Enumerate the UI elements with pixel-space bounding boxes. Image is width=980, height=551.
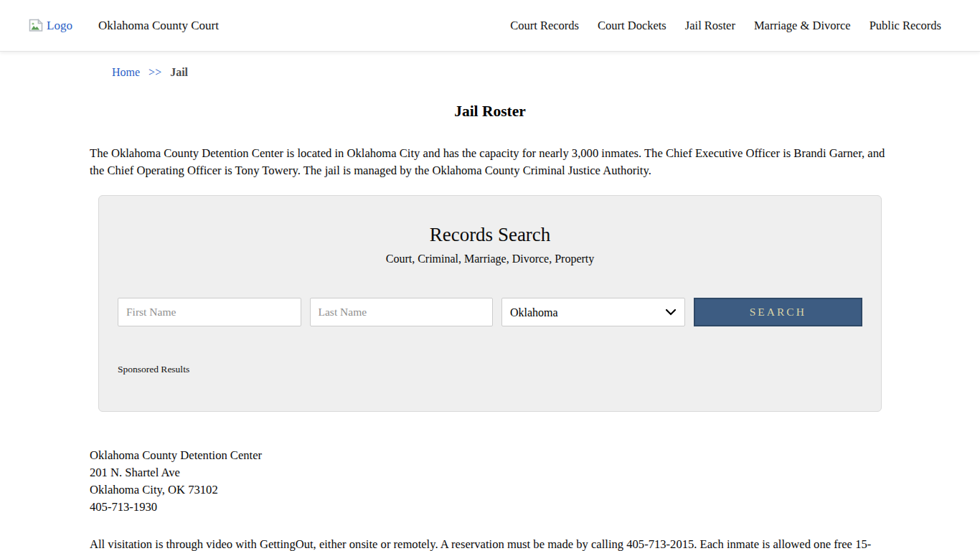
- breadcrumb-home-link[interactable]: Home: [112, 66, 140, 78]
- search-panel-title: Records Search: [118, 224, 862, 246]
- breadcrumb: Home >> Jail: [90, 52, 890, 79]
- nav-public-records[interactable]: Public Records: [870, 19, 941, 33]
- nav-marriage-divorce[interactable]: Marriage & Divorce: [754, 19, 851, 33]
- search-form-row: Oklahoma SEARCH: [118, 298, 862, 326]
- site-title: Oklahoma County Court: [98, 19, 219, 33]
- records-search-panel: Records Search Court, Criminal, Marriage…: [98, 195, 882, 412]
- state-select[interactable]: Oklahoma: [501, 298, 685, 326]
- sponsored-results-label: Sponsored Results: [118, 364, 862, 375]
- facility-name: Oklahoma County Detention Center: [90, 447, 890, 464]
- last-name-input[interactable]: [310, 298, 494, 326]
- facility-address-line1: 201 N. Shartel Ave: [90, 464, 890, 481]
- page-title: Jail Roster: [90, 103, 890, 121]
- facility-phone: 405-713-1930: [90, 499, 890, 516]
- search-panel-subtitle: Court, Criminal, Marriage, Divorce, Prop…: [118, 253, 862, 265]
- breadcrumb-current: Jail: [170, 66, 188, 78]
- intro-paragraph: The Oklahoma County Detention Center is …: [90, 145, 890, 179]
- logo-link[interactable]: Logo: [29, 19, 72, 33]
- main-content: Home >> Jail Jail Roster The Oklahoma Co…: [90, 52, 890, 551]
- site-header: Logo Oklahoma County Court Court Records…: [0, 0, 980, 52]
- nav-jail-roster[interactable]: Jail Roster: [685, 19, 735, 33]
- nav-court-dockets[interactable]: Court Dockets: [598, 19, 666, 33]
- broken-image-icon: [29, 19, 44, 32]
- main-nav: Court Records Court Dockets Jail Roster …: [510, 19, 941, 33]
- visitation-paragraph: All visitation is through video with Get…: [90, 536, 890, 551]
- facility-address-block: Oklahoma County Detention Center 201 N. …: [90, 447, 890, 516]
- logo-alt-text: Logo: [47, 19, 72, 33]
- first-name-input[interactable]: [118, 298, 301, 326]
- search-button[interactable]: SEARCH: [694, 298, 863, 326]
- facility-address-line2: Oklahoma City, OK 73102: [90, 481, 890, 499]
- breadcrumb-separator: >>: [149, 66, 161, 78]
- nav-court-records[interactable]: Court Records: [510, 19, 579, 33]
